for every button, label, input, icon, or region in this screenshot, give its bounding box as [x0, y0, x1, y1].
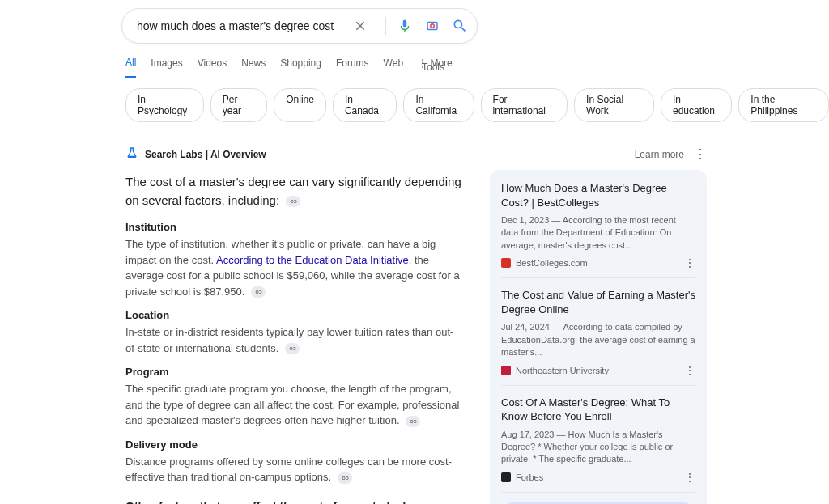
svg-point-1 — [431, 24, 435, 28]
clear-icon[interactable] — [351, 17, 369, 35]
tab-shopping[interactable]: Shopping — [280, 57, 321, 77]
section-heading: Institution — [125, 221, 466, 233]
favicon-icon — [501, 366, 511, 375]
card-source: Northeastern University — [501, 366, 695, 375]
card-source: BestColleges.com — [501, 258, 695, 268]
card-more-icon[interactable]: ⋮ — [684, 256, 695, 269]
card-source: Forbes — [501, 472, 695, 482]
source-card[interactable]: Cost Of A Master's Degree: What To Know … — [501, 396, 695, 493]
source-card[interactable]: The Cost and Value of Earning a Master's… — [501, 288, 695, 385]
tab-forums[interactable]: Forums — [336, 57, 369, 77]
section-body: In-state or in-district residents typica… — [125, 324, 466, 356]
image-search-icon[interactable] — [423, 17, 441, 35]
section-body: The type of institution, whether it's pu… — [125, 236, 466, 299]
section-body: The specific graduate program you choose… — [125, 381, 466, 429]
card-more-icon[interactable]: ⋮ — [684, 471, 695, 484]
learn-more-link[interactable]: Learn more — [635, 149, 684, 160]
card-title[interactable]: How Much Does a Master's Degree Cost? | … — [501, 181, 695, 210]
section-location: Location In-state or in-district residen… — [125, 309, 466, 356]
tabs: All Images Videos News Shopping Forums W… — [0, 44, 829, 78]
search-bar — [121, 8, 478, 44]
section-heading: Location — [125, 309, 466, 321]
citation-link[interactable]: According to the Education Data Initiati… — [216, 254, 409, 266]
divider — [385, 17, 386, 35]
section-program: Program The specific graduate program yo… — [125, 366, 466, 429]
search-input[interactable] — [137, 19, 351, 32]
section-delivery-mode: Delivery mode Distance programs offered … — [125, 438, 466, 485]
citation-link-icon[interactable] — [338, 472, 352, 484]
card-snippet: Aug 17, 2023 — How Much Is a Master's De… — [501, 429, 695, 466]
chip[interactable]: Per year — [210, 88, 268, 122]
ai-overview: Search Labs | AI Overview The cost of a … — [125, 146, 466, 504]
chip[interactable]: In Canada — [333, 88, 397, 122]
citation-link-icon[interactable] — [286, 196, 300, 207]
tab-web[interactable]: Web — [384, 57, 403, 77]
card-snippet: Dec 1, 2023 — According to the most rece… — [501, 214, 695, 252]
chip[interactable]: For international — [481, 88, 568, 122]
labs-flask-icon — [125, 146, 138, 162]
tab-videos[interactable]: Videos — [198, 57, 227, 77]
voice-search-icon[interactable] — [396, 17, 414, 35]
card-more-icon[interactable]: ⋮ — [684, 364, 695, 377]
section-institution: Institution The type of institution, whe… — [125, 221, 466, 299]
tab-news[interactable]: News — [241, 57, 266, 77]
citation-link-icon[interactable] — [285, 343, 300, 354]
search-icon[interactable] — [451, 17, 469, 35]
chip[interactable]: Online — [274, 88, 326, 122]
favicon-icon — [501, 258, 511, 268]
section-body: Distance programs offered by some online… — [125, 454, 466, 485]
filter-chips: In Psychology Per year Online In Canada … — [0, 78, 829, 122]
chip[interactable]: In Social Work — [574, 88, 654, 122]
section-heading: Program — [125, 366, 466, 378]
chip[interactable]: In California — [403, 88, 474, 122]
tab-images[interactable]: Images — [151, 57, 182, 77]
card-snippet: Jul 24, 2024 — According to data compile… — [501, 321, 695, 358]
tools-link[interactable]: Tools — [422, 61, 444, 73]
citation-link-icon[interactable] — [251, 286, 266, 298]
other-factors-heading: Other factors that can affect the cost o… — [125, 500, 436, 505]
section-heading: Delivery mode — [125, 438, 466, 451]
tab-all[interactable]: All — [125, 57, 136, 78]
chip[interactable]: In Psychology — [125, 88, 204, 122]
svg-rect-0 — [427, 23, 437, 30]
card-title[interactable]: Cost Of A Master's Degree: What To Know … — [501, 396, 695, 424]
more-options-icon[interactable]: ⋮ — [694, 146, 707, 162]
citation-link-icon[interactable] — [406, 416, 420, 427]
labs-label: Search Labs | AI Overview — [145, 149, 266, 160]
source-card[interactable]: How Much Does a Master's Degree Cost? | … — [501, 181, 695, 278]
chip[interactable]: In the Philippines — [738, 88, 829, 122]
source-cards: How Much Does a Master's Degree Cost? | … — [490, 170, 707, 504]
chip[interactable]: In education — [661, 88, 732, 122]
favicon-icon — [501, 472, 511, 482]
card-title[interactable]: The Cost and Value of Earning a Master's… — [501, 288, 695, 316]
